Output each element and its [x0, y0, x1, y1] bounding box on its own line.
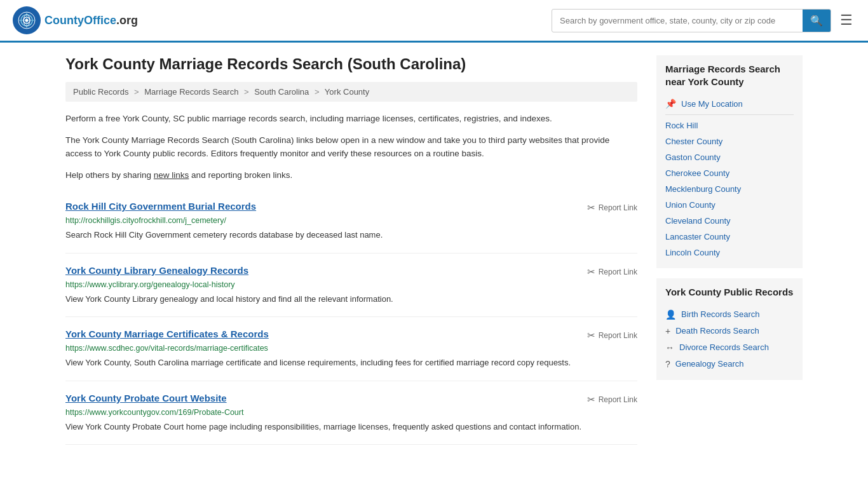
sidebar-use-my-location[interactable]: 📌 Use My Location: [665, 95, 794, 112]
search-input[interactable]: [552, 11, 803, 30]
result-header-3: York County Marriage Certificates & Reco…: [65, 329, 637, 341]
result-url-4[interactable]: https://www.yorkcountygov.com/169/Probat…: [65, 408, 637, 417]
new-links-link[interactable]: new links: [154, 170, 189, 180]
result-card-1: Rock Hill City Government Burial Records…: [65, 189, 637, 254]
report-icon-4: ✂: [587, 394, 595, 405]
result-header-2: York County Library Genealogy Records ✂ …: [65, 265, 637, 278]
arrows-icon: ↔: [665, 342, 674, 353]
sidebar-public-records-title: York County Public Records: [665, 286, 794, 299]
result-header-4: York County Probate Court Website ✂ Repo…: [65, 393, 637, 405]
logo-text: CountyOffice.org: [44, 14, 138, 27]
breadcrumb-public-records[interactable]: Public Records: [73, 87, 128, 97]
sidebar-link-rock-hill[interactable]: Rock Hill: [665, 118, 794, 133]
main-container: York County Marriage Records Search (Sou…: [53, 43, 815, 458]
sidebar-genealogy-search[interactable]: ? Genealogy Search: [665, 356, 794, 372]
results-list: Rock Hill City Government Burial Records…: [65, 189, 637, 445]
logo-icon: [13, 6, 41, 34]
result-card-4: York County Probate Court Website ✂ Repo…: [65, 381, 637, 445]
result-url-2[interactable]: https://www.yclibrary.org/genealogy-loca…: [65, 280, 637, 289]
breadcrumb-sep-1: >: [134, 87, 139, 97]
result-url-3[interactable]: https://www.scdhec.gov/vital-records/mar…: [65, 344, 637, 353]
sidebar-link-union-county[interactable]: Union County: [665, 197, 794, 213]
cross-icon: +: [665, 326, 670, 336]
breadcrumb-sep-2: >: [244, 87, 249, 97]
result-desc-2: View York County Library genealogy and l…: [65, 293, 637, 306]
result-title-2[interactable]: York County Library Genealogy Records: [65, 265, 248, 276]
report-link-2[interactable]: ✂ Report Link: [587, 265, 637, 278]
header-right: 🔍 ☰: [552, 9, 855, 32]
sidebar-link-gaston-county[interactable]: Gaston County: [665, 149, 794, 165]
sidebar-link-mecklenburg-county[interactable]: Mecklenburg County: [665, 181, 794, 197]
breadcrumb: Public Records > Marriage Records Search…: [65, 82, 637, 102]
sidebar-link-lancaster-county[interactable]: Lancaster County: [665, 229, 794, 245]
description-1: Perform a free York County, SC public ma…: [65, 112, 637, 126]
breadcrumb-york-county[interactable]: York County: [325, 87, 369, 97]
sidebar: Marriage Records Search near York County…: [656, 55, 803, 445]
location-icon: 📌: [665, 98, 676, 109]
sidebar-birth-records[interactable]: 👤 Birth Records Search: [665, 306, 794, 323]
result-title-3[interactable]: York County Marriage Certificates & Reco…: [65, 329, 269, 339]
sidebar-public-records-section: York County Public Records 👤 Birth Recor…: [656, 278, 803, 380]
sidebar-divider-0: [665, 114, 794, 115]
result-card-3: York County Marriage Certificates & Reco…: [65, 317, 637, 381]
report-icon-2: ✂: [587, 266, 595, 278]
svg-point-6: [25, 19, 29, 22]
sidebar-death-records[interactable]: + Death Records Search: [665, 323, 794, 339]
report-link-4[interactable]: ✂ Report Link: [587, 393, 637, 405]
result-url-1[interactable]: http://rockhillgis.cityofrockhill.com/j_…: [65, 216, 637, 225]
sidebar-link-lincoln-county[interactable]: Lincoln County: [665, 245, 794, 261]
description-2: The York County Marriage Records Search …: [65, 133, 637, 161]
page-title: York County Marriage Records Search (Sou…: [65, 55, 637, 73]
hamburger-button[interactable]: ☰: [837, 10, 855, 31]
sidebar-link-cleveland-county[interactable]: Cleveland County: [665, 213, 794, 229]
sidebar-nearby-section: Marriage Records Search near York County…: [656, 55, 803, 268]
sidebar-link-chester-county[interactable]: Chester County: [665, 133, 794, 149]
breadcrumb-marriage-records-search[interactable]: Marriage Records Search: [144, 87, 238, 97]
breadcrumb-south-carolina[interactable]: South Carolina: [254, 87, 309, 97]
sidebar-divorce-records[interactable]: ↔ Divorce Records Search: [665, 339, 794, 356]
description-3: Help others by sharing new links and rep…: [65, 168, 637, 182]
result-title-4[interactable]: York County Probate Court Website: [65, 393, 227, 403]
site-header: CountyOffice.org 🔍 ☰: [0, 0, 868, 43]
breadcrumb-sep-3: >: [315, 87, 320, 97]
logo-area: CountyOffice.org: [13, 6, 138, 34]
content-area: York County Marriage Records Search (Sou…: [65, 55, 637, 445]
result-card-2: York County Library Genealogy Records ✂ …: [65, 254, 637, 318]
search-button[interactable]: 🔍: [803, 10, 831, 32]
person-icon: 👤: [665, 309, 676, 320]
report-icon-1: ✂: [587, 202, 595, 214]
report-icon-3: ✂: [587, 330, 595, 341]
result-title-1[interactable]: Rock Hill City Government Burial Records: [65, 201, 256, 212]
question-icon: ?: [665, 359, 670, 369]
result-header-1: Rock Hill City Government Burial Records…: [65, 201, 637, 214]
sidebar-link-cherokee-county[interactable]: Cherokee County: [665, 165, 794, 181]
sidebar-nearby-title: Marriage Records Search near York County: [665, 63, 794, 88]
report-link-3[interactable]: ✂ Report Link: [587, 329, 637, 341]
result-desc-4: View York County Probate Court home page…: [65, 421, 637, 433]
report-link-1[interactable]: ✂ Report Link: [587, 201, 637, 214]
result-desc-3: View York County, South Carolina marriag…: [65, 356, 637, 369]
search-bar: 🔍: [552, 9, 831, 32]
result-desc-1: Search Rock Hill City Government cemeter…: [65, 229, 637, 241]
